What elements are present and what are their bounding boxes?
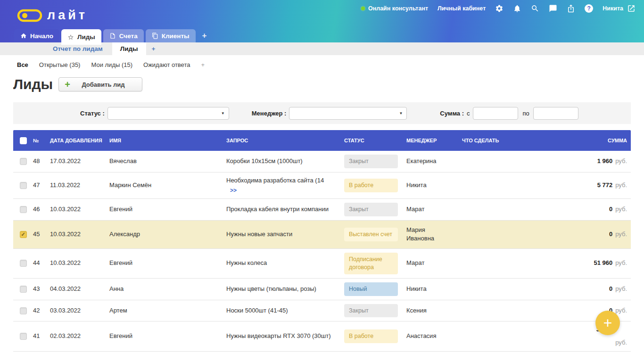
main-tab[interactable]: Начало bbox=[14, 29, 59, 42]
search-icon[interactable] bbox=[531, 4, 539, 13]
lead-name: Маркин Семён bbox=[109, 181, 226, 190]
sum-value: 51 960 bbox=[594, 259, 612, 266]
checkbox-cell bbox=[13, 182, 33, 189]
table-row[interactable]: 4102.03.2022ЕвгенийНужны видеокарты RTX … bbox=[13, 321, 631, 352]
chat-icon[interactable] bbox=[549, 4, 557, 13]
lead-name: Евгений bbox=[109, 332, 226, 341]
manager-name-line: Анастасия bbox=[406, 332, 457, 341]
lead-date: 11.03.2022 bbox=[50, 181, 109, 190]
add-lead-fab[interactable]: + bbox=[595, 311, 620, 335]
personal-cabinet-link[interactable]: Личный кабинет bbox=[438, 5, 486, 12]
status-select[interactable]: ▼ bbox=[107, 107, 229, 120]
status-cell: Закрыт bbox=[344, 304, 406, 318]
manager-name-line: Екатерина bbox=[406, 157, 457, 166]
online-consultant-label: Онлайн консультант bbox=[368, 5, 428, 12]
row-checkbox[interactable] bbox=[20, 182, 27, 189]
quick-filter[interactable]: Открытые (35) bbox=[39, 61, 81, 68]
topbar-actions: Онлайн консультант Личный кабинет ? bbox=[361, 4, 636, 13]
main-tab[interactable]: Счета bbox=[103, 29, 144, 42]
table-row[interactable]: ✓4510.03.2022АлександрНужны новые запчас… bbox=[13, 221, 631, 249]
gear-icon[interactable] bbox=[495, 4, 504, 13]
lead-date: 10.03.2022 bbox=[50, 205, 109, 214]
sum-currency: руб. bbox=[615, 259, 627, 266]
row-checkbox[interactable] bbox=[20, 286, 27, 293]
home-icon bbox=[20, 33, 27, 39]
logout-icon[interactable] bbox=[627, 4, 636, 13]
lead-request-text: Коробки 10x15см (1000шт) bbox=[226, 157, 303, 165]
row-checkbox[interactable] bbox=[20, 333, 27, 340]
column-header[interactable]: № bbox=[33, 134, 50, 148]
quick-filter[interactable]: Все bbox=[17, 61, 28, 68]
add-subtab-button[interactable]: + bbox=[146, 42, 161, 55]
table-row[interactable]: 4304.03.2022АннаНужны цветы (тюльпаны, р… bbox=[13, 279, 631, 300]
main-tab[interactable]: Лиды bbox=[61, 29, 101, 45]
column-header[interactable]: ИМЯ bbox=[109, 134, 226, 148]
lead-manager: Марат bbox=[406, 205, 462, 214]
row-checkbox[interactable] bbox=[20, 206, 27, 213]
lead-request: Нужны колеса bbox=[226, 259, 344, 268]
table-row[interactable]: 4817.03.2022ВячеславКоробки 10x15см (100… bbox=[13, 151, 631, 173]
sum-from-input[interactable] bbox=[473, 107, 518, 120]
help-glyph: ? bbox=[587, 6, 591, 11]
checkbox-cell bbox=[13, 286, 33, 293]
main-tab-label: Начало bbox=[30, 33, 53, 40]
column-header[interactable]: МЕНЕДЖЕР bbox=[406, 134, 462, 148]
lead-request-text: Носки 5000шт (41-45) bbox=[226, 307, 288, 314]
bell-icon[interactable] bbox=[513, 4, 521, 13]
quick-filter[interactable]: Мои лиды (15) bbox=[91, 61, 132, 68]
column-header[interactable]: ЧТО СДЕЛАТЬ bbox=[462, 134, 537, 148]
status-badge: В работе bbox=[344, 179, 398, 192]
add-lead-button[interactable]: + Добавить лид bbox=[58, 77, 142, 91]
lead-name: Анна bbox=[109, 285, 226, 294]
row-checkbox[interactable] bbox=[20, 307, 27, 314]
lead-name: Вячеслав bbox=[109, 157, 226, 166]
main-tab[interactable]: Клиенты bbox=[146, 29, 196, 42]
sum-currency: руб. bbox=[615, 206, 627, 213]
manager-name-line: Марат bbox=[406, 259, 457, 268]
main-tab-label: Клиенты bbox=[162, 33, 190, 40]
sum-from-label: с bbox=[467, 110, 470, 117]
subtab[interactable]: Лиды bbox=[112, 42, 146, 55]
sum-to-input[interactable] bbox=[533, 107, 578, 120]
title-row: Лиды + Добавить лид bbox=[13, 77, 644, 92]
main-tab-label: Счета bbox=[119, 33, 138, 40]
row-checkbox[interactable] bbox=[20, 260, 27, 267]
manager-filter-label: Менеджер : bbox=[252, 110, 287, 117]
table-row[interactable]: 4410.03.2022ЕвгенийНужны колесаПодписани… bbox=[13, 249, 631, 279]
main-tabs: НачалоЛидыСчетаКлиенты+ bbox=[14, 29, 212, 42]
share-icon[interactable] bbox=[567, 4, 575, 13]
user-menu[interactable]: Никита bbox=[603, 4, 636, 13]
column-header[interactable]: СТАТУС bbox=[344, 134, 406, 148]
help-icon[interactable]: ? bbox=[585, 4, 593, 13]
table-row[interactable]: 4203.03.2022АртемНоски 5000шт (41-45)Зак… bbox=[13, 300, 631, 322]
column-header[interactable]: СУММА bbox=[537, 134, 631, 148]
quick-filter[interactable]: Ожидают ответа bbox=[143, 61, 190, 68]
lead-number: 45 bbox=[33, 230, 50, 239]
main-tab-label: Лиды bbox=[77, 33, 95, 41]
column-header[interactable]: ДАТА ДОБАВЛЕНИЯ bbox=[50, 134, 109, 148]
manager-name-line: Ивановна bbox=[406, 234, 457, 243]
manager-select[interactable]: ▼ bbox=[289, 107, 407, 120]
lead-sum: 0руб. bbox=[537, 205, 631, 214]
online-consultant-link[interactable]: Онлайн консультант bbox=[361, 5, 428, 12]
lead-sum: 0руб. bbox=[537, 285, 631, 294]
status-badge: Закрыт bbox=[344, 203, 398, 216]
expand-request-link[interactable]: >> bbox=[230, 187, 339, 195]
star-icon bbox=[67, 34, 74, 41]
column-header[interactable]: ЗАПРОС bbox=[226, 134, 344, 148]
row-checkbox[interactable] bbox=[20, 158, 27, 165]
app-logo[interactable]: лайт bbox=[17, 8, 88, 23]
online-status-dot bbox=[361, 7, 365, 10]
add-main-tab-button[interactable]: + bbox=[198, 31, 212, 42]
add-quick-filter-button[interactable]: + bbox=[201, 61, 205, 68]
sum-value: 5 772 bbox=[597, 181, 613, 189]
lead-request-text: Нужны колеса bbox=[226, 259, 267, 266]
lead-request-text: Необходима разработка сайта (14 bbox=[226, 177, 324, 184]
table-row[interactable]: 4711.03.2022Маркин СемёнНеобходима разра… bbox=[13, 173, 631, 199]
lead-number: 47 bbox=[33, 181, 50, 190]
status-badge: Закрыт bbox=[344, 304, 398, 318]
table-row[interactable]: 4610.03.2022ЕвгенийПрокладка кабеля внут… bbox=[13, 199, 631, 221]
status-filter-label: Статус : bbox=[80, 110, 105, 117]
select-all-checkbox[interactable] bbox=[20, 137, 27, 144]
row-checkbox[interactable]: ✓ bbox=[20, 231, 27, 238]
